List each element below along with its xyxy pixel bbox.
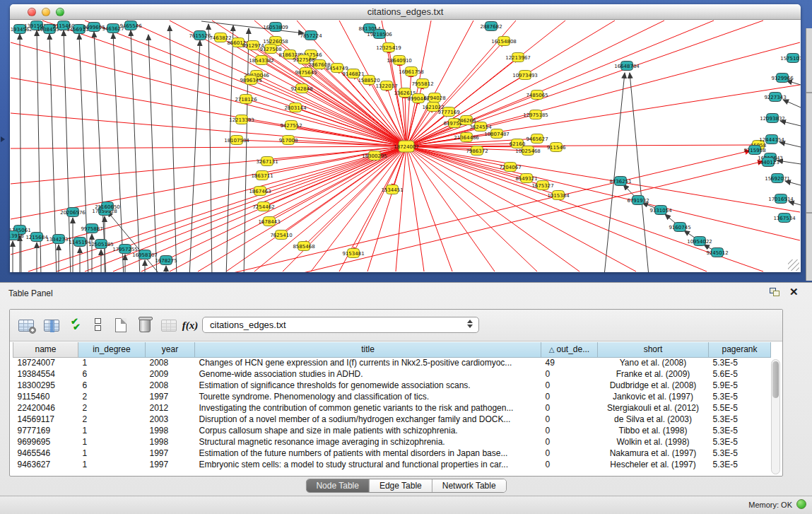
graph-edge-black[interactable] (201, 21, 304, 33)
graph-node[interactable]: 1367534 (773, 214, 796, 223)
graph-node[interactable]: 9975887 (81, 224, 102, 233)
graph-edge-red[interactable] (11, 146, 406, 148)
col-header-in-degree[interactable]: in_degree (78, 342, 146, 357)
graph-edge-black[interactable] (189, 40, 200, 272)
table-row[interactable]: 946362711997Embryonic stem cells: a mode… (13, 459, 771, 470)
table-row[interactable]: 969969511998Structural magnetic resonanc… (13, 436, 771, 448)
graph-node[interactable]: 8736251 (609, 177, 631, 186)
graph-edge-red[interactable] (261, 60, 406, 146)
tab-network-table[interactable]: Network Table (433, 479, 506, 492)
table-select-dropdown[interactable]: citations_edges.txt (202, 317, 479, 333)
graph-node[interactable]: 10807487 (484, 129, 510, 139)
network-svg[interactable]: 1872400718300295746382286601259912974152… (10, 20, 801, 272)
graph-edge-black[interactable] (113, 33, 124, 272)
graph-node[interactable]: 1867463 (249, 187, 271, 196)
graph-node[interactable]: 15751074 (780, 54, 801, 63)
graph-node[interactable]: 3267131 (256, 157, 278, 166)
table-row[interactable]: 1456911722003Disruption of a novel membe… (13, 414, 771, 425)
table-settings-button[interactable] (16, 315, 37, 336)
graph-node[interactable]: 9153481 (342, 249, 364, 258)
graph-node[interactable]: 1534451 (381, 185, 403, 194)
panel-expander-icon[interactable] (1, 136, 5, 142)
graph-node[interactable]: 8549321 (515, 174, 537, 183)
graph-node[interactable]: 9329966 (771, 74, 794, 83)
graph-edge-red[interactable] (254, 146, 406, 271)
memory-ok-icon[interactable] (796, 499, 806, 509)
graph-node[interactable]: 12505185 (88, 240, 114, 249)
graph-node[interactable]: 1215684 (25, 233, 48, 242)
resize-grip[interactable] (788, 259, 799, 271)
graph-node[interactable]: 2887682 (480, 22, 502, 31)
graph-edge-black[interactable] (148, 35, 157, 272)
graph-node[interactable]: 1863711 (251, 171, 273, 180)
graph-node[interactable]: 9245012 (706, 248, 728, 257)
graph-edge-black[interactable] (785, 181, 801, 185)
col-header-title[interactable]: title (195, 342, 541, 357)
network-window-titlebar[interactable]: citations_edges.txt (10, 4, 801, 20)
graph-node[interactable]: 9227343 (764, 93, 786, 102)
graph-edge-black[interactable] (244, 28, 249, 272)
graph-edge-black[interactable] (787, 81, 801, 85)
select-columns-button[interactable]: ✔✔ (66, 315, 88, 336)
graph-edge-red[interactable] (406, 146, 800, 240)
graph-edge-black[interactable] (789, 201, 801, 205)
graph-node[interactable]: 7204067 (499, 163, 521, 172)
graph-node[interactable]: 7615526 (189, 31, 211, 40)
graph-edge-red[interactable] (262, 146, 406, 175)
graph-edge-red[interactable] (406, 146, 424, 271)
graph-node[interactable]: 7955812 (411, 79, 433, 88)
graph-edge-black[interactable] (783, 100, 801, 107)
table-row[interactable]: 1938455462009Genome-wide association stu… (13, 368, 771, 380)
graph-edge-black[interactable] (208, 24, 212, 272)
delete-column-button[interactable] (134, 315, 155, 336)
col-header-pagerank[interactable]: pagerank (709, 342, 771, 357)
function-builder-button[interactable]: f(x) (180, 315, 201, 336)
graph-node[interactable]: 7986372 (466, 146, 488, 156)
table-row[interactable]: 946554611997Estimation of the future num… (13, 448, 771, 459)
graph-node[interactable]: 1015384 (547, 191, 570, 200)
table-row[interactable]: 977716911998Corpus callosum shape and si… (13, 425, 771, 436)
tab-edge-table[interactable]: Edge Table (370, 479, 433, 492)
graph-node[interactable]: 12975185 (523, 110, 548, 119)
graph-node[interactable]: 7857224 (300, 31, 322, 40)
graph-node[interactable]: 911546 (547, 143, 566, 152)
graph-node[interactable]: 16053809 (263, 23, 288, 32)
graph-edge-red[interactable] (11, 78, 406, 146)
graph-node[interactable]: 10954022 (687, 237, 712, 246)
close-panel-icon[interactable]: ✕ (789, 286, 799, 298)
col-header-year[interactable]: year (146, 342, 195, 357)
graph-node[interactable]: 1675327 (531, 181, 553, 190)
graph-node[interactable]: 18107584 (224, 136, 249, 145)
row-options-button[interactable] (88, 315, 109, 336)
graph-edge-red[interactable] (11, 42, 406, 146)
graph-edge-red[interactable] (237, 140, 406, 146)
graph-node[interactable]: 9160745 (669, 223, 690, 232)
graph-node[interactable]: 9242848 (290, 84, 312, 93)
table-row[interactable]: 2242004622012Investigating the contribut… (13, 402, 771, 414)
graph-node[interactable]: 20206576 (60, 208, 86, 217)
graph-edge-black[interactable] (170, 25, 177, 272)
graph-edge-black[interactable] (79, 34, 88, 272)
graph-edge-black[interactable] (630, 73, 649, 272)
graph-node[interactable]: 1678443 (258, 217, 280, 226)
graph-edge-black[interactable] (94, 32, 106, 272)
show-columns-button[interactable] (41, 315, 62, 336)
graph-node[interactable]: 7625410 (270, 230, 292, 240)
graph-node[interactable]: 9465627 (526, 134, 548, 144)
graph-edge-red[interactable] (406, 146, 800, 212)
graph-edge-red[interactable] (406, 146, 452, 271)
network-canvas[interactable]: 1872400718300295746382286601259912974152… (10, 20, 801, 272)
graph-edge-red[interactable] (253, 45, 406, 146)
scrollbar-thumb[interactable] (772, 361, 779, 398)
col-header-short[interactable]: short (598, 342, 709, 357)
graph-edge-black[interactable] (779, 142, 801, 147)
graph-node[interactable]: 16648784 (614, 62, 640, 71)
graph-edge-black[interactable] (604, 73, 625, 272)
graph-edge-red[interactable] (11, 146, 406, 184)
graph-node[interactable]: 9427552 (280, 121, 302, 130)
table-row[interactable]: 1830029562008Estimation of significance … (13, 380, 771, 391)
tab-node-table[interactable]: Node Table (306, 479, 370, 492)
float-panel-icon[interactable] (770, 288, 781, 298)
table-scrollbar[interactable] (771, 359, 780, 474)
col-header-out-degree[interactable]: △out_de... (541, 342, 598, 357)
